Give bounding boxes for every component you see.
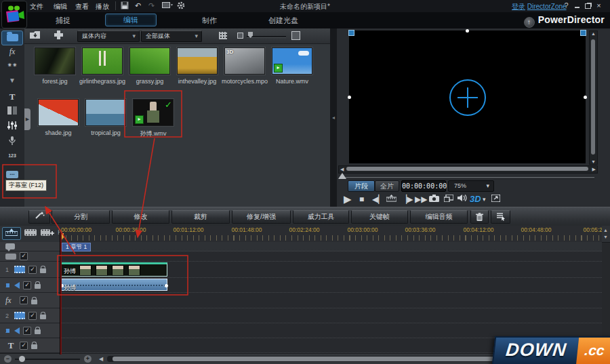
track-enable-checkbox[interactable] [23,327,31,335]
selection-edge-handle[interactable] [584,96,587,99]
3d-dropdown-arrow[interactable]: ▾ [483,193,486,205]
preview-seek-thumb[interactable] [338,173,346,179]
tab-capture[interactable]: 捕捉 [41,16,85,26]
thumb-size-small-icon[interactable] [237,33,243,39]
tab-produce[interactable]: 制作 [187,16,232,26]
menu-file[interactable]: 文件 [30,2,43,12]
undo-icon[interactable]: ↶ [135,1,141,10]
volume-icon[interactable] [458,193,467,205]
video-track-2-body[interactable] [60,308,602,323]
track-enable-checkbox[interactable] [20,296,28,304]
settings-gear-icon[interactable] [177,1,185,12]
redo-icon[interactable]: ↷ [148,1,155,10]
login-directorzone-link[interactable]: 登录 DirectorZone [512,2,567,12]
magic-wand-button[interactable] [28,210,50,224]
timeline-audio-clip[interactable]: 孙博 [61,279,167,291]
keyframe-button[interactable]: 关键帧 [351,210,408,224]
panel-divider[interactable]: ◂ [330,28,337,207]
trim-button[interactable]: 裁剪 [171,210,230,224]
video-track-1-body[interactable]: 孙博 [60,262,602,278]
plugin-icon[interactable] [54,31,63,41]
media-thumbnail[interactable] [129,47,170,75]
power-tools-button[interactable]: 威力工具 [293,210,349,224]
media-thumbnail[interactable] [35,47,75,75]
save-icon[interactable] [121,1,129,12]
track-enable-checkbox[interactable] [20,252,28,260]
timeline-ruler[interactable]: 00:00:00:00 00:00:36:00 00:01:12:00 00:0… [60,226,602,242]
fix-enhance-button[interactable]: 修复/增强 [232,210,291,224]
media-item[interactable]: forest.jpg [31,47,79,85]
timeline-playhead[interactable] [60,232,62,355]
add-media-plus-icon[interactable] [449,79,486,116]
edit-audio-button[interactable]: 编辑音频 [410,210,468,224]
delete-trash-icon[interactable] [470,210,489,224]
media-thumbnail[interactable] [177,47,218,75]
timeline-view-icon[interactable] [24,228,37,238]
voiceover-room-button[interactable] [0,136,24,150]
selection-edge-handle[interactable] [348,96,351,99]
transition-room-button[interactable] [0,106,24,120]
media-item[interactable]: ▸Nature.wmv [268,47,316,85]
media-item[interactable]: grassy.jpg [126,47,174,85]
upgrade-icon[interactable]: ↑ [524,17,535,28]
media-room-button[interactable] [1,31,23,45]
selection-edge-handle[interactable] [466,29,469,33]
menu-play[interactable]: 播放 [96,2,109,12]
thumb-size-large-icon[interactable] [291,31,300,40]
next-frame-button[interactable]: ▕▶ [401,193,413,205]
track-lock-icon[interactable] [35,329,41,334]
track-enable-checkbox[interactable] [28,312,37,320]
track-lock-icon[interactable] [40,315,46,319]
previous-frame-button[interactable]: ◀▏ [372,193,384,205]
rooms-collapse-handle[interactable]: ▶ [24,108,30,130]
media-item[interactable]: 3Dmotorcycles.mpo [221,47,268,85]
dual-preview-icon[interactable] [444,193,453,205]
3d-toggle-button[interactable]: 3D [470,193,481,205]
preview-seek-bar[interactable] [340,177,594,179]
chapter-marker[interactable]: 1 章节 1 [62,243,91,251]
restore-button[interactable] [584,1,592,10]
undock-preview-icon[interactable] [491,193,500,205]
particle-room-button[interactable]: ▼ [0,77,24,90]
timecode-display[interactable]: 00:00:00:00 [401,180,446,192]
play-button[interactable]: ▶ [344,193,352,205]
audio-track-1-body[interactable]: 孙博 [60,278,602,293]
context-menu-icon[interactable] [491,210,510,224]
snapshot-camera-icon[interactable] [429,193,439,205]
thumb-size-slider[interactable] [247,36,286,38]
track-lock-icon[interactable] [31,300,37,304]
modify-button[interactable]: 修改 [112,210,169,224]
timeline-zoom-slider-thumb[interactable] [19,356,25,362]
import-media-icon[interactable] [30,31,41,41]
timeline-zoom-out-icon[interactable]: − [4,355,12,363]
media-item-selected[interactable]: ▸孙博.wmv [129,99,177,138]
media-thumbnail[interactable] [85,99,126,126]
timeline-video-clip[interactable]: 孙博 [61,262,167,277]
track-lock-icon[interactable] [35,284,41,289]
fx-track-body[interactable] [60,293,602,308]
clip-mode-tab[interactable]: 片段 [348,180,375,192]
minimize-button[interactable] [573,1,582,10]
media-thumbnail[interactable]: ▸ [272,47,312,75]
view-grid-icon[interactable] [219,32,227,39]
title-room-button[interactable]: T [0,92,24,105]
audio-mixing-room-button[interactable] [0,121,24,135]
media-thumbnail[interactable] [82,47,123,75]
seek-ruler-icon[interactable] [386,193,396,205]
help-button[interactable]: ? [562,1,571,10]
movie-mode-tab[interactable]: 全片 [375,180,399,192]
chapter-room-button[interactable]: 123 [0,151,24,165]
media-thumbnail[interactable]: ▸ [133,99,174,126]
media-item[interactable]: shade.jpg [35,99,82,136]
media-thumbnail[interactable]: 3D [224,47,265,75]
library-filter-dropdown[interactable]: 全部媒体▾ [141,31,202,42]
track-enable-checkbox[interactable] [23,281,31,289]
effect-room-button[interactable]: fx [0,47,24,60]
track-lock-icon[interactable] [40,268,46,273]
preview-vertical-scrollbar[interactable]: ▲▼ [589,31,598,165]
library-content-dropdown[interactable]: 媒体内容▾ [77,31,140,42]
timeline-zoom-in-icon[interactable]: + [84,355,92,363]
menu-edit[interactable]: 编辑 [54,2,67,12]
capture-format-icon[interactable] [162,1,173,11]
menu-view[interactable]: 查看 [75,2,89,12]
